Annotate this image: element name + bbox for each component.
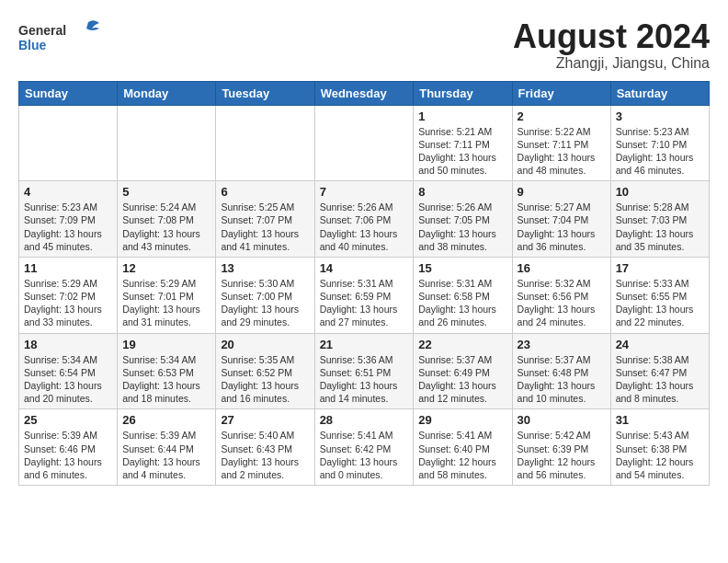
day-number: 1 (418, 109, 506, 123)
day-number: 24 (616, 338, 704, 351)
day-cell: 18Sunrise: 5:34 AM Sunset: 6:54 PM Dayli… (19, 333, 118, 409)
page-header: General Blue August 2024 Zhangji, Jiangs… (18, 18, 710, 72)
day-info: Sunrise: 5:31 AM Sunset: 6:58 PM Dayligh… (418, 277, 506, 329)
day-number: 3 (616, 109, 704, 123)
day-number: 25 (24, 413, 112, 427)
title-block: August 2024 Zhangji, Jiangsu, China (513, 18, 710, 72)
day-number: 17 (616, 261, 704, 275)
day-cell: 27Sunrise: 5:40 AM Sunset: 6:43 PM Dayli… (216, 409, 314, 486)
day-number: 19 (122, 338, 210, 351)
month-year-title: August 2024 (513, 18, 710, 55)
week-row-3: 11Sunrise: 5:29 AM Sunset: 7:02 PM Dayli… (19, 257, 710, 333)
day-cell: 11Sunrise: 5:29 AM Sunset: 7:02 PM Dayli… (19, 257, 118, 333)
day-number: 28 (320, 413, 409, 427)
day-cell: 28Sunrise: 5:41 AM Sunset: 6:42 PM Dayli… (314, 409, 414, 486)
day-cell: 14Sunrise: 5:31 AM Sunset: 6:59 PM Dayli… (314, 257, 414, 333)
day-info: Sunrise: 5:41 AM Sunset: 6:40 PM Dayligh… (418, 429, 506, 481)
day-info: Sunrise: 5:25 AM Sunset: 7:07 PM Dayligh… (221, 201, 309, 253)
day-number: 4 (24, 185, 112, 199)
day-info: Sunrise: 5:21 AM Sunset: 7:11 PM Dayligh… (418, 125, 506, 178)
day-cell: 30Sunrise: 5:42 AM Sunset: 6:39 PM Dayli… (512, 409, 610, 486)
day-cell: 24Sunrise: 5:38 AM Sunset: 6:47 PM Dayli… (610, 333, 709, 409)
day-info: Sunrise: 5:34 AM Sunset: 6:53 PM Dayligh… (122, 353, 210, 406)
day-number: 31 (616, 413, 704, 427)
day-info: Sunrise: 5:43 AM Sunset: 6:38 PM Dayligh… (616, 429, 704, 481)
day-cell: 8Sunrise: 5:26 AM Sunset: 7:05 PM Daylig… (414, 181, 512, 258)
week-row-5: 25Sunrise: 5:39 AM Sunset: 6:46 PM Dayli… (19, 409, 710, 486)
svg-text:Blue: Blue (18, 38, 47, 52)
logo-icon: General Blue (18, 18, 101, 60)
day-cell: 1Sunrise: 5:21 AM Sunset: 7:11 PM Daylig… (414, 105, 512, 181)
day-info: Sunrise: 5:26 AM Sunset: 7:05 PM Dayligh… (418, 201, 506, 253)
day-cell: 12Sunrise: 5:29 AM Sunset: 7:01 PM Dayli… (118, 257, 216, 333)
day-info: Sunrise: 5:27 AM Sunset: 7:04 PM Dayligh… (518, 201, 606, 253)
week-row-1: 1Sunrise: 5:21 AM Sunset: 7:11 PM Daylig… (19, 105, 710, 181)
calendar-table: SundayMondayTuesdayWednesdayThursdayFrid… (18, 81, 710, 486)
day-cell: 20Sunrise: 5:35 AM Sunset: 6:52 PM Dayli… (216, 333, 314, 409)
day-number: 29 (418, 413, 506, 427)
location-subtitle: Zhangji, Jiangsu, China (513, 55, 710, 72)
day-info: Sunrise: 5:39 AM Sunset: 6:46 PM Dayligh… (24, 429, 112, 481)
day-number: 15 (418, 261, 506, 275)
day-number: 18 (24, 338, 112, 351)
day-number: 20 (221, 338, 309, 351)
day-info: Sunrise: 5:29 AM Sunset: 7:01 PM Dayligh… (122, 277, 210, 329)
day-number: 23 (518, 338, 606, 351)
day-cell (216, 105, 314, 181)
week-row-4: 18Sunrise: 5:34 AM Sunset: 6:54 PM Dayli… (19, 333, 710, 409)
day-info: Sunrise: 5:34 AM Sunset: 6:54 PM Dayligh… (24, 353, 112, 406)
day-cell: 21Sunrise: 5:36 AM Sunset: 6:51 PM Dayli… (314, 333, 414, 409)
day-info: Sunrise: 5:33 AM Sunset: 6:55 PM Dayligh… (616, 277, 704, 329)
day-cell: 16Sunrise: 5:32 AM Sunset: 6:56 PM Dayli… (512, 257, 610, 333)
day-cell (118, 105, 216, 181)
day-number: 2 (518, 109, 606, 123)
day-number: 9 (518, 185, 606, 199)
weekday-header-monday: Monday (118, 81, 216, 105)
svg-text:General: General (18, 23, 66, 38)
day-number: 14 (320, 261, 409, 275)
day-cell: 29Sunrise: 5:41 AM Sunset: 6:40 PM Dayli… (414, 409, 512, 486)
day-number: 8 (418, 185, 506, 199)
day-info: Sunrise: 5:26 AM Sunset: 7:06 PM Dayligh… (320, 201, 409, 253)
day-number: 10 (616, 185, 704, 199)
day-cell: 22Sunrise: 5:37 AM Sunset: 6:49 PM Dayli… (414, 333, 512, 409)
day-number: 12 (122, 261, 210, 275)
day-number: 16 (518, 261, 606, 275)
day-cell: 4Sunrise: 5:23 AM Sunset: 7:09 PM Daylig… (19, 181, 118, 258)
weekday-header-row: SundayMondayTuesdayWednesdayThursdayFrid… (19, 81, 710, 105)
day-cell: 3Sunrise: 5:23 AM Sunset: 7:10 PM Daylig… (610, 105, 709, 181)
weekday-header-wednesday: Wednesday (314, 81, 414, 105)
day-cell: 13Sunrise: 5:30 AM Sunset: 7:00 PM Dayli… (216, 257, 314, 333)
weekday-header-tuesday: Tuesday (216, 81, 314, 105)
weekday-header-thursday: Thursday (414, 81, 512, 105)
day-cell: 6Sunrise: 5:25 AM Sunset: 7:07 PM Daylig… (216, 181, 314, 258)
day-number: 6 (221, 185, 309, 199)
day-info: Sunrise: 5:23 AM Sunset: 7:10 PM Dayligh… (616, 125, 704, 178)
day-cell: 19Sunrise: 5:34 AM Sunset: 6:53 PM Dayli… (118, 333, 216, 409)
day-cell: 7Sunrise: 5:26 AM Sunset: 7:06 PM Daylig… (314, 181, 414, 258)
day-info: Sunrise: 5:38 AM Sunset: 6:47 PM Dayligh… (616, 353, 704, 406)
day-info: Sunrise: 5:39 AM Sunset: 6:44 PM Dayligh… (122, 429, 210, 481)
day-info: Sunrise: 5:29 AM Sunset: 7:02 PM Dayligh… (24, 277, 112, 329)
day-info: Sunrise: 5:32 AM Sunset: 6:56 PM Dayligh… (518, 277, 606, 329)
day-cell: 25Sunrise: 5:39 AM Sunset: 6:46 PM Dayli… (19, 409, 118, 486)
day-cell: 31Sunrise: 5:43 AM Sunset: 6:38 PM Dayli… (610, 409, 709, 486)
day-cell: 5Sunrise: 5:24 AM Sunset: 7:08 PM Daylig… (118, 181, 216, 258)
day-number: 13 (221, 261, 309, 275)
day-info: Sunrise: 5:37 AM Sunset: 6:48 PM Dayligh… (518, 353, 606, 406)
day-number: 26 (122, 413, 210, 427)
day-info: Sunrise: 5:35 AM Sunset: 6:52 PM Dayligh… (221, 353, 309, 406)
day-info: Sunrise: 5:40 AM Sunset: 6:43 PM Dayligh… (221, 429, 309, 481)
day-cell (19, 105, 118, 181)
day-number: 22 (418, 338, 506, 351)
day-number: 7 (320, 185, 409, 199)
day-info: Sunrise: 5:42 AM Sunset: 6:39 PM Dayligh… (518, 429, 606, 481)
weekday-header-friday: Friday (512, 81, 610, 105)
day-info: Sunrise: 5:36 AM Sunset: 6:51 PM Dayligh… (320, 353, 409, 406)
day-info: Sunrise: 5:41 AM Sunset: 6:42 PM Dayligh… (320, 429, 409, 481)
day-info: Sunrise: 5:37 AM Sunset: 6:49 PM Dayligh… (418, 353, 506, 406)
day-info: Sunrise: 5:31 AM Sunset: 6:59 PM Dayligh… (320, 277, 409, 329)
day-number: 11 (24, 261, 112, 275)
logo: General Blue (18, 18, 101, 60)
day-number: 21 (320, 338, 409, 351)
